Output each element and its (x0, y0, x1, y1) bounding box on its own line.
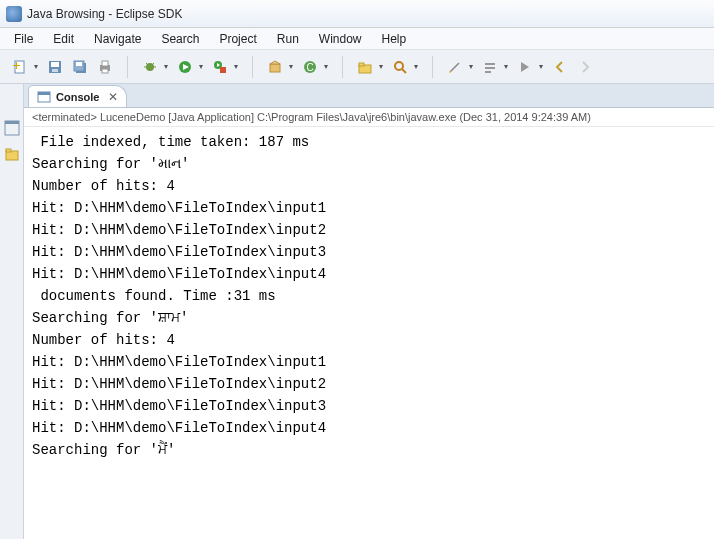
svg-line-16 (152, 63, 154, 65)
search-button[interactable] (389, 56, 421, 78)
window-title: Java Browsing - Eclipse SDK (27, 7, 182, 21)
console-line: Hit: D:\HHM\demo\FileToIndex\input1 (32, 197, 706, 219)
toolbar: C (0, 50, 714, 84)
svg-rect-5 (52, 69, 58, 72)
new-class-button[interactable]: C (299, 56, 331, 78)
console-line: Hit: D:\HHM\demo\FileToIndex\input4 (32, 417, 706, 439)
console-line: Number of hits: 4 (32, 329, 706, 351)
menu-edit[interactable]: Edit (43, 30, 84, 48)
console-line: Hit: D:\HHM\demo\FileToIndex\input1 (32, 351, 706, 373)
svg-rect-8 (76, 62, 82, 66)
menubar: File Edit Navigate Search Project Run Wi… (0, 28, 714, 50)
svg-rect-10 (102, 61, 108, 66)
console-line: Hit: D:\HHM\demo\FileToIndex\input2 (32, 219, 706, 241)
tabbar: Console ✕ (24, 84, 714, 108)
menu-help[interactable]: Help (372, 30, 417, 48)
console-icon (37, 90, 51, 104)
external-tools-button[interactable] (209, 56, 241, 78)
console-line: Hit: D:\HHM\demo\FileToIndex\input4 (32, 263, 706, 285)
console-line: Number of hits: 4 (32, 175, 706, 197)
console-status: <terminated> LuceneDemo [Java Applicatio… (24, 108, 714, 127)
console-line: Searching for 'ਸ਼ਾਮ' (32, 307, 706, 329)
svg-point-30 (449, 71, 451, 73)
menu-window[interactable]: Window (309, 30, 372, 48)
side-strip (0, 84, 24, 539)
svg-rect-22 (270, 64, 280, 72)
svg-point-28 (395, 62, 403, 70)
console-output: File indexed, time taken: 187 msSearchin… (24, 127, 714, 539)
svg-rect-32 (485, 67, 495, 69)
debug-button[interactable] (139, 56, 171, 78)
next-annotation-button[interactable] (514, 56, 546, 78)
menu-navigate[interactable]: Navigate (84, 30, 151, 48)
svg-marker-23 (270, 61, 280, 64)
titlebar: Java Browsing - Eclipse SDK (0, 0, 714, 28)
svg-rect-38 (6, 149, 11, 152)
svg-rect-2 (16, 62, 17, 69)
tab-console[interactable]: Console ✕ (28, 85, 127, 107)
forward-button[interactable] (574, 56, 596, 78)
menu-run[interactable]: Run (267, 30, 309, 48)
package-explorer-icon[interactable] (4, 146, 20, 162)
svg-rect-31 (485, 63, 495, 65)
menu-file[interactable]: File (4, 30, 43, 48)
restore-view-icon[interactable] (4, 120, 20, 136)
main-area: Console ✕ <terminated> LuceneDemo [Java … (0, 84, 714, 539)
save-all-button[interactable] (69, 56, 91, 78)
eclipse-icon (6, 6, 22, 22)
last-edit-button[interactable] (444, 56, 476, 78)
tab-label: Console (56, 91, 99, 103)
console-line: Hit: D:\HHM\demo\FileToIndex\input3 (32, 395, 706, 417)
svg-line-15 (146, 63, 148, 65)
console-line: Searching for 'માન' (32, 153, 706, 175)
back-button[interactable] (549, 56, 571, 78)
svg-rect-33 (485, 71, 491, 73)
toggle-mark-button[interactable] (479, 56, 511, 78)
menu-search[interactable]: Search (151, 30, 209, 48)
tab-close-icon[interactable]: ✕ (108, 90, 118, 104)
menu-project[interactable]: Project (209, 30, 266, 48)
svg-text:C: C (306, 62, 313, 73)
console-line: File indexed, time taken: 187 ms (32, 131, 706, 153)
svg-rect-40 (38, 92, 50, 95)
svg-rect-27 (359, 63, 364, 66)
save-button[interactable] (44, 56, 66, 78)
new-button[interactable] (9, 56, 41, 78)
svg-rect-11 (102, 69, 108, 73)
svg-rect-4 (51, 62, 59, 67)
svg-rect-21 (220, 67, 226, 73)
new-package-button[interactable] (264, 56, 296, 78)
open-type-button[interactable] (354, 56, 386, 78)
console-line: Hit: D:\HHM\demo\FileToIndex\input2 (32, 373, 706, 395)
content: Console ✕ <terminated> LuceneDemo [Java … (24, 84, 714, 539)
console-line: Searching for 'ਮੈਂ' (32, 439, 706, 461)
console-line: Hit: D:\HHM\demo\FileToIndex\input3 (32, 241, 706, 263)
svg-line-29 (402, 69, 406, 73)
run-button[interactable] (174, 56, 206, 78)
svg-rect-36 (5, 121, 19, 124)
console-line: documents found. Time :31 ms (32, 285, 706, 307)
print-button[interactable] (94, 56, 116, 78)
svg-marker-34 (521, 62, 529, 72)
